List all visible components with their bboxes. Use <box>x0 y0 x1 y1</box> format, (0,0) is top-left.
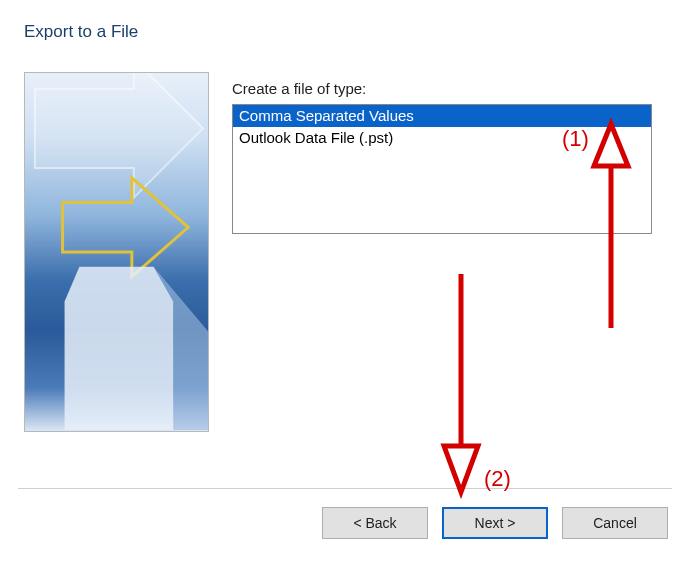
file-type-label: Create a file of type: <box>232 80 366 97</box>
list-item-pst[interactable]: Outlook Data File (.pst) <box>233 127 651 149</box>
list-item-csv[interactable]: Comma Separated Values <box>233 105 651 127</box>
button-row: < Back Next > Cancel <box>322 507 668 539</box>
wizard-illustration <box>24 72 209 432</box>
export-arrow-icon <box>25 73 208 431</box>
separator <box>18 488 672 489</box>
dialog-title: Export to a File <box>0 0 690 42</box>
file-type-list[interactable]: Comma Separated Values Outlook Data File… <box>232 104 652 234</box>
content-area: Create a file of type: Comma Separated V… <box>24 72 666 481</box>
cancel-button[interactable]: Cancel <box>562 507 668 539</box>
back-button[interactable]: < Back <box>322 507 428 539</box>
next-button[interactable]: Next > <box>442 507 548 539</box>
